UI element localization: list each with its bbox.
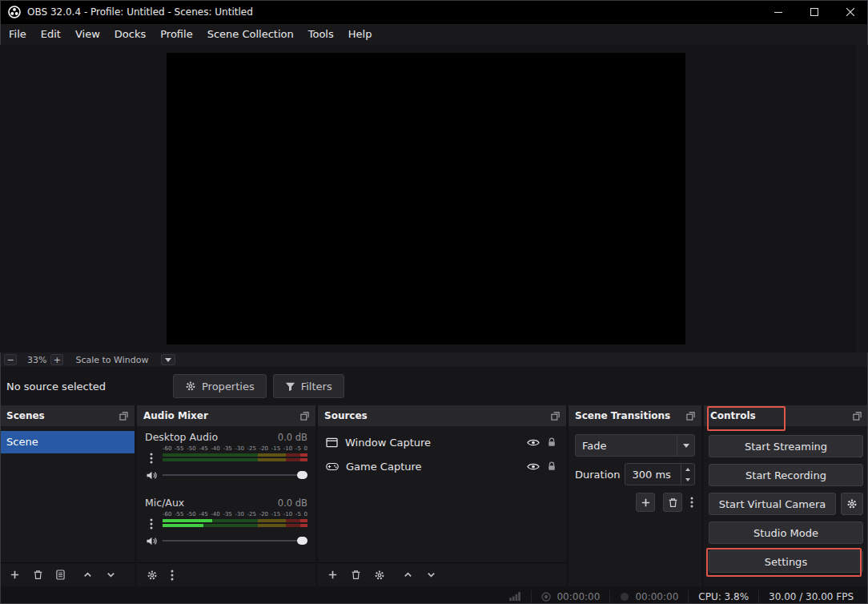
dock-popout-icon[interactable] bbox=[300, 412, 309, 421]
volume-slider-handle[interactable] bbox=[297, 471, 307, 479]
dock-popout-icon[interactable] bbox=[119, 412, 128, 421]
record-status-dot-icon bbox=[620, 592, 629, 602]
virtual-camera-settings-button[interactable] bbox=[841, 493, 863, 515]
plus-icon bbox=[641, 497, 651, 508]
transition-select[interactable]: Fade bbox=[575, 434, 695, 457]
menu-file[interactable]: File bbox=[2, 24, 34, 45]
remove-transition-button[interactable] bbox=[663, 493, 682, 512]
transition-dropdown-button[interactable] bbox=[677, 435, 694, 456]
mixer-menu-button[interactable] bbox=[145, 518, 158, 530]
advanced-audio-icon[interactable] bbox=[147, 570, 158, 581]
obs-window: OBS 32.0.4 - Profile: Untitled - Scenes:… bbox=[0, 0, 868, 604]
move-scene-up-icon[interactable] bbox=[82, 570, 93, 580]
start-recording-button[interactable]: Start Recording bbox=[709, 464, 863, 486]
chevron-down-icon bbox=[683, 444, 689, 448]
close-icon bbox=[846, 8, 854, 16]
scene-list-item[interactable]: Scene bbox=[0, 431, 135, 453]
lock-icon[interactable] bbox=[547, 461, 557, 471]
volume-slider-handle[interactable] bbox=[297, 537, 307, 545]
game-capture-icon bbox=[326, 462, 339, 471]
mic-aux-mixer: Mic/Aux 0.0 dB -60-55-50-45-40-35-30-25-… bbox=[145, 497, 307, 546]
add-source-icon[interactable] bbox=[328, 570, 338, 580]
duration-decrease-button[interactable] bbox=[681, 474, 694, 485]
scene-filters-icon[interactable] bbox=[56, 570, 65, 580]
menu-scene-collection[interactable]: Scene Collection bbox=[200, 24, 301, 45]
audio-mixer-header: Audio Mixer bbox=[137, 405, 315, 426]
title-bar: OBS 32.0.4 - Profile: Untitled - Scenes:… bbox=[0, 0, 868, 24]
stream-status-dot-icon bbox=[541, 592, 551, 602]
sources-dock-header: Sources bbox=[318, 405, 566, 426]
audio-mixer-toolbar bbox=[137, 562, 315, 586]
add-scene-icon[interactable] bbox=[10, 570, 20, 580]
zoom-in-button[interactable]: + bbox=[50, 354, 63, 365]
speaker-icon bbox=[146, 470, 158, 481]
menu-profile[interactable]: Profile bbox=[153, 24, 199, 45]
dock-popout-icon[interactable] bbox=[686, 412, 695, 421]
volume-slider[interactable] bbox=[163, 469, 307, 481]
dock-popout-icon[interactable] bbox=[853, 412, 862, 421]
sources-toolbar bbox=[318, 562, 566, 586]
visibility-eye-icon[interactable] bbox=[527, 438, 540, 447]
menu-bar: File Edit View Docks Profile Scene Colle… bbox=[0, 24, 868, 45]
dock-row: Scenes Scene Audio Mixer bbox=[0, 405, 868, 589]
scale-mode-dropdown[interactable] bbox=[161, 354, 175, 365]
close-button[interactable] bbox=[832, 0, 868, 24]
transition-options-icon[interactable] bbox=[690, 497, 693, 508]
properties-button[interactable]: Properties bbox=[173, 374, 267, 398]
menu-edit[interactable]: Edit bbox=[34, 24, 68, 45]
scale-mode-label[interactable]: Scale to Window bbox=[75, 355, 148, 365]
window-controls bbox=[760, 0, 868, 24]
remove-scene-icon[interactable] bbox=[33, 570, 43, 580]
remove-source-icon[interactable] bbox=[351, 570, 361, 580]
menu-tools[interactable]: Tools bbox=[301, 24, 341, 45]
duration-increase-button[interactable] bbox=[681, 464, 694, 474]
start-streaming-button[interactable]: Start Streaming bbox=[709, 435, 863, 457]
sources-list: Window Capture Game Capture bbox=[318, 426, 566, 562]
menu-help[interactable]: Help bbox=[341, 24, 380, 45]
source-toolbar: No source selected Properties Filters bbox=[0, 367, 868, 405]
scenes-dock: Scenes Scene bbox=[0, 405, 135, 586]
move-source-down-icon[interactable] bbox=[426, 570, 436, 580]
audio-mixer-dock: Audio Mixer Desktop Audio 0.0 dB -60-55-… bbox=[137, 405, 315, 586]
menu-view[interactable]: View bbox=[68, 24, 107, 45]
zoom-out-button[interactable]: − bbox=[4, 354, 17, 365]
filters-button[interactable]: Filters bbox=[273, 374, 344, 398]
mixer-menu-button[interactable] bbox=[145, 453, 158, 464]
studio-mode-button[interactable]: Studio Mode bbox=[709, 521, 863, 544]
lock-icon[interactable] bbox=[547, 437, 557, 447]
source-status-label: No source selected bbox=[0, 381, 173, 393]
minimize-icon bbox=[774, 8, 782, 16]
menu-docks[interactable]: Docks bbox=[107, 24, 153, 45]
source-row-window-capture[interactable]: Window Capture bbox=[318, 430, 566, 454]
move-scene-down-icon[interactable] bbox=[106, 570, 116, 580]
source-row-game-capture[interactable]: Game Capture bbox=[318, 454, 566, 478]
minimize-button[interactable] bbox=[760, 0, 796, 24]
cpu-usage: CPU: 3.8% bbox=[688, 590, 758, 603]
preview-vertical-scrollbar[interactable] bbox=[856, 45, 868, 352]
db-scale: -60-55-50-45-40-35-30-25-20-15-10-50 bbox=[163, 511, 307, 518]
mute-button[interactable] bbox=[145, 536, 158, 546]
filter-icon bbox=[285, 381, 295, 392]
maximize-button[interactable] bbox=[796, 0, 832, 24]
visibility-eye-icon[interactable] bbox=[527, 462, 540, 471]
db-tick: -50 bbox=[187, 511, 195, 518]
chevron-down-icon bbox=[165, 358, 171, 362]
cpu-usage-label: CPU: 3.8% bbox=[698, 591, 749, 602]
sources-dock: Sources Window Capture Game Capture bbox=[318, 405, 566, 586]
mixer-options-icon[interactable] bbox=[171, 570, 174, 581]
start-virtual-camera-button[interactable]: Start Virtual Camera bbox=[709, 493, 836, 515]
dock-popout-icon[interactable] bbox=[551, 412, 560, 421]
db-tick: -10 bbox=[283, 511, 292, 518]
db-tick: -45 bbox=[199, 511, 207, 518]
add-transition-button[interactable] bbox=[636, 493, 655, 512]
stream-timer: 00:00:00 bbox=[531, 590, 609, 603]
db-tick: 0 bbox=[303, 511, 307, 518]
stream-time: 00:00:00 bbox=[557, 591, 600, 602]
move-source-up-icon[interactable] bbox=[403, 570, 413, 580]
mute-button[interactable] bbox=[145, 470, 158, 481]
duration-spinbox[interactable]: 300 ms bbox=[625, 463, 695, 485]
preview-canvas[interactable] bbox=[167, 53, 685, 344]
volume-slider[interactable] bbox=[163, 535, 307, 546]
source-properties-icon[interactable] bbox=[374, 570, 385, 581]
settings-button[interactable]: Settings bbox=[709, 550, 863, 573]
